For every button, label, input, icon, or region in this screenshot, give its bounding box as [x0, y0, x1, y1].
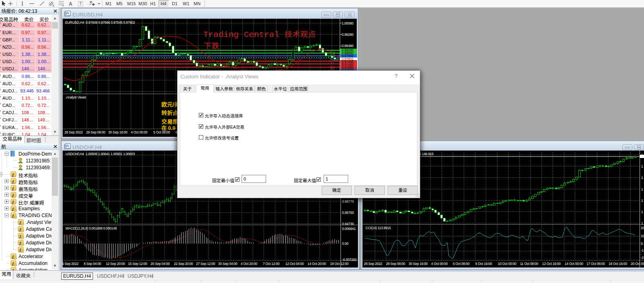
svg-text:F: F — [62, 4, 64, 7]
svg-text:Pivot: Pivot — [330, 57, 339, 62]
svg-text:E: E — [53, 4, 54, 7]
svg-text:A: A — [69, 1, 72, 7]
svg-text:S3: S3 — [330, 68, 334, 72]
svg-text:T: T — [79, 2, 82, 6]
svg-text:R2: R2 — [330, 53, 335, 57]
